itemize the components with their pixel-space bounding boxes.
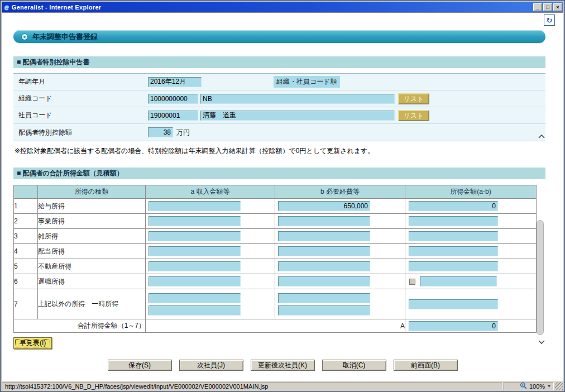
deduction-field[interactable] bbox=[148, 127, 173, 137]
emp-list-button[interactable]: リスト bbox=[398, 110, 429, 121]
row3-result-input[interactable] bbox=[409, 231, 498, 241]
row1-result-input[interactable] bbox=[409, 201, 498, 211]
zoom-dropdown-arrow[interactable]: ▼ bbox=[547, 384, 551, 388]
row1-b-input[interactable] bbox=[278, 201, 370, 211]
page-content: ↻ 年末調整申告書登録 ■ 配偶者特別控除申告書 年調年月 組織・社員コード順 … bbox=[2, 12, 563, 381]
status-bar: http://tsol415372:100/V6_NB_D_HP/faces/j… bbox=[2, 381, 563, 390]
magnifier-icon bbox=[520, 382, 527, 390]
row-no: 3 bbox=[14, 229, 38, 244]
emp-code-field[interactable] bbox=[148, 111, 198, 121]
row5-b-input[interactable] bbox=[278, 261, 370, 271]
row6-result-input[interactable] bbox=[420, 276, 497, 286]
row4-a-input[interactable] bbox=[149, 246, 241, 256]
row2-result-input[interactable] bbox=[409, 216, 498, 226]
total-marker: A bbox=[146, 319, 405, 333]
sync-icon[interactable]: ↻ bbox=[544, 15, 555, 26]
deduction-note: ※控除対象配偶者に該当する配偶者の場合、特別控除額は年末調整入力結果計算（控除額… bbox=[15, 146, 374, 156]
deduction-label: 配偶者特別控除額 bbox=[13, 128, 148, 137]
row-type: 上記以外の所得 一時所得 bbox=[38, 289, 146, 319]
income-table: 所得の種類 a 収入金額等 b 必要経費等 所得金額(a-b) 1 給与所得 2… bbox=[13, 185, 537, 333]
row6-b-input[interactable] bbox=[278, 276, 370, 286]
row5-result-input[interactable] bbox=[409, 261, 498, 271]
row7-a1-input[interactable] bbox=[149, 293, 241, 303]
cancel-button[interactable]: 取消(C) bbox=[322, 360, 386, 371]
form-row-year-month: 年調年月 組織・社員コード順 bbox=[13, 74, 545, 90]
close-button[interactable]: × bbox=[553, 3, 562, 11]
row4-result-input[interactable] bbox=[409, 246, 498, 256]
row2-b-input[interactable] bbox=[278, 216, 370, 226]
zoom-control[interactable]: 100% ▼ bbox=[504, 382, 554, 390]
year-month-field[interactable] bbox=[148, 77, 202, 87]
resize-grip[interactable] bbox=[555, 382, 563, 390]
spouse-section-header: ■ 配偶者特別控除申告書 bbox=[13, 56, 545, 68]
row-no: 6 bbox=[14, 274, 38, 289]
scrollbar-thumb[interactable] bbox=[537, 220, 544, 335]
update-next-employee-button[interactable]: 更新後次社員(K) bbox=[251, 360, 315, 371]
year-month-label: 年調年月 bbox=[13, 77, 148, 87]
row-no: 5 bbox=[14, 259, 38, 274]
save-button[interactable]: 保存(S) bbox=[108, 360, 172, 371]
ring-icon bbox=[22, 34, 27, 40]
window-title: Generalist - Internet Explorer bbox=[12, 4, 533, 11]
emp-name-field[interactable] bbox=[200, 111, 395, 121]
row5-a-input[interactable] bbox=[149, 261, 241, 271]
row-no: 2 bbox=[14, 214, 38, 229]
minimize-button[interactable]: _ bbox=[533, 3, 542, 11]
row7-b1-input[interactable] bbox=[278, 293, 370, 303]
row7-result-input[interactable] bbox=[409, 299, 498, 309]
header-result: 所得金額(a-b) bbox=[405, 185, 537, 199]
row-type: 事業所得 bbox=[38, 214, 146, 229]
row-type: 配当所得 bbox=[38, 244, 146, 259]
table-row-realestate: 5 不動産所得 bbox=[14, 259, 537, 274]
action-buttons: 保存(S) 次社員(J) 更新後次社員(K) 取消(C) 前画面(B) bbox=[2, 360, 563, 371]
row-type: 給与所得 bbox=[38, 199, 146, 214]
status-url: http://tsol415372:100/V6_NB_D_HP/faces/j… bbox=[2, 382, 502, 390]
row7-a2-input[interactable] bbox=[149, 305, 241, 315]
page-title: 年末調整申告書登録 bbox=[32, 32, 98, 42]
header-no bbox=[14, 185, 38, 199]
spouse-form: 年調年月 組織・社員コード順 組織コード リスト 社員コード リスト 配偶者特別… bbox=[13, 73, 545, 141]
row-type: 雑所得 bbox=[38, 229, 146, 244]
table-row-business: 2 事業所得 bbox=[14, 214, 537, 229]
ie-logo-icon: e bbox=[4, 3, 9, 12]
org-list-button[interactable]: リスト bbox=[398, 93, 429, 104]
header-expense-b: b 必要経費等 bbox=[275, 185, 405, 199]
table-row-misc: 3 雑所得 bbox=[14, 229, 537, 244]
zoom-level: 100% bbox=[529, 383, 545, 390]
titlebar[interactable]: e Generalist - Internet Explorer _ □ × bbox=[2, 2, 563, 12]
row4-b-input[interactable] bbox=[278, 246, 370, 256]
retirement-checkbox[interactable] bbox=[409, 279, 415, 285]
quick-table-button[interactable]: 早見表(I) bbox=[13, 337, 52, 349]
table-row-salary: 1 給与所得 bbox=[14, 199, 537, 214]
org-name-field[interactable] bbox=[200, 94, 395, 104]
org-code-label: 組織コード bbox=[13, 94, 148, 103]
maximize-button[interactable]: □ bbox=[543, 3, 552, 11]
next-employee-button[interactable]: 次社員(J) bbox=[179, 360, 243, 371]
org-code-field[interactable] bbox=[148, 94, 198, 104]
row-type: 退職所得 bbox=[38, 274, 146, 289]
row-no: 4 bbox=[14, 244, 38, 259]
row-no: 7 bbox=[14, 289, 38, 319]
form-row-emp-code: 社員コード リスト bbox=[13, 107, 545, 124]
row2-a-input[interactable] bbox=[149, 216, 241, 226]
table-row-retirement: 6 退職所得 bbox=[14, 274, 537, 289]
row7-b2-input[interactable] bbox=[278, 305, 370, 315]
table-row-total: 合計所得金額（1～7） A bbox=[14, 319, 537, 333]
scroll-down-icon[interactable] bbox=[537, 338, 546, 343]
table-row-other: 7 上記以外の所得 一時所得 bbox=[14, 289, 537, 319]
header-income-a: a 収入金額等 bbox=[146, 185, 275, 199]
sort-order-field[interactable]: 組織・社員コード順 bbox=[274, 76, 340, 88]
total-result-input[interactable] bbox=[409, 321, 498, 331]
form-row-deduction: 配偶者特別控除額 万円 bbox=[13, 124, 545, 141]
header-income-type: 所得の種類 bbox=[38, 185, 146, 199]
row6-a-input[interactable] bbox=[149, 276, 241, 286]
row3-b-input[interactable] bbox=[278, 231, 370, 241]
row1-a-input[interactable] bbox=[149, 201, 241, 211]
row-no: 1 bbox=[14, 199, 38, 214]
browser-window: e Generalist - Internet Explorer _ □ × ↻… bbox=[0, 0, 565, 392]
form-row-org-code: 組織コード リスト bbox=[13, 90, 545, 107]
page-title-bar: 年末調整申告書登録 bbox=[13, 30, 545, 43]
scroll-up-icon[interactable] bbox=[537, 132, 546, 138]
previous-screen-button[interactable]: 前画面(B) bbox=[394, 360, 458, 371]
row3-a-input[interactable] bbox=[149, 231, 241, 241]
